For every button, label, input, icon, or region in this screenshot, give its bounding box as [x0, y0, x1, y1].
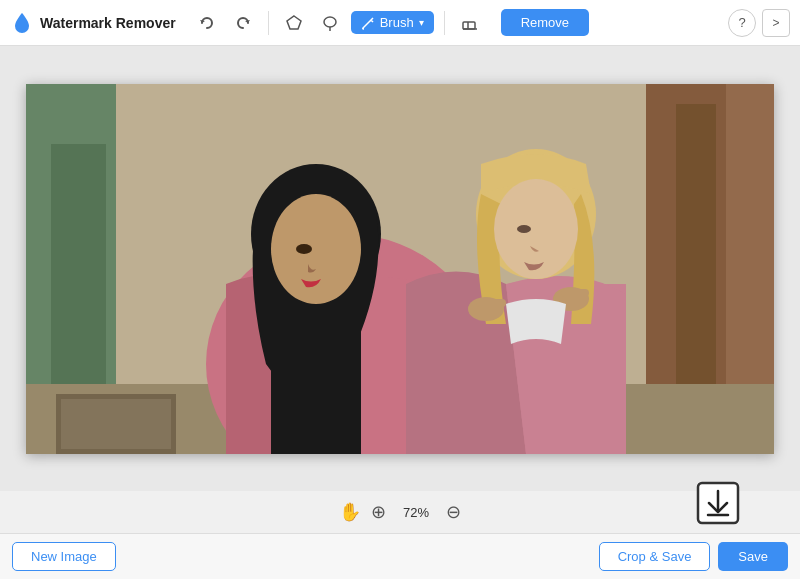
hand-pan-icon[interactable]: ✋ — [339, 501, 361, 523]
svg-rect-29 — [26, 84, 774, 454]
app-title: Watermark Remover — [40, 15, 176, 31]
brush-chevron: ▾ — [419, 17, 424, 28]
main-canvas-image — [26, 84, 774, 454]
download-arrow-icon — [696, 481, 740, 529]
save-button[interactable]: Save — [718, 542, 788, 571]
polygon-icon — [285, 14, 303, 32]
zoom-level: 72% — [396, 505, 436, 520]
brush-label: Brush — [380, 15, 414, 30]
brush-button[interactable]: Brush ▾ — [351, 11, 434, 34]
eraser-button[interactable] — [455, 8, 485, 38]
undo-icon — [198, 14, 216, 32]
expand-button[interactable]: > — [762, 9, 790, 37]
undo-button[interactable] — [192, 8, 222, 38]
svg-rect-3 — [463, 22, 475, 29]
polygon-tool-button[interactable] — [279, 8, 309, 38]
svg-point-1 — [324, 17, 336, 27]
divider-1 — [268, 11, 269, 35]
redo-icon — [234, 14, 252, 32]
eraser-icon — [461, 14, 479, 32]
lasso-icon — [321, 14, 339, 32]
footer-right-buttons: Crop & Save Save — [599, 542, 788, 571]
zoom-in-icon[interactable]: ⊕ — [371, 501, 386, 523]
toolbar: Watermark Remover Brush ▾ — [0, 0, 800, 46]
footer-bar: New Image Crop & Save Save — [0, 533, 800, 579]
zoom-out-icon[interactable]: ⊖ — [446, 501, 461, 523]
canvas-area — [0, 46, 800, 491]
zoom-bar: ✋ ⊕ 72% ⊖ — [0, 491, 800, 533]
new-image-button[interactable]: New Image — [12, 542, 116, 571]
redo-button[interactable] — [228, 8, 258, 38]
svg-marker-0 — [287, 16, 301, 29]
divider-2 — [444, 11, 445, 35]
brush-icon — [361, 16, 375, 30]
app-logo: Watermark Remover — [10, 11, 176, 35]
help-button[interactable]: ? — [728, 9, 756, 37]
logo-icon — [10, 11, 34, 35]
crop-save-button[interactable]: Crop & Save — [599, 542, 711, 571]
remove-button[interactable]: Remove — [501, 9, 589, 36]
image-container[interactable] — [26, 84, 774, 454]
lasso-tool-button[interactable] — [315, 8, 345, 38]
